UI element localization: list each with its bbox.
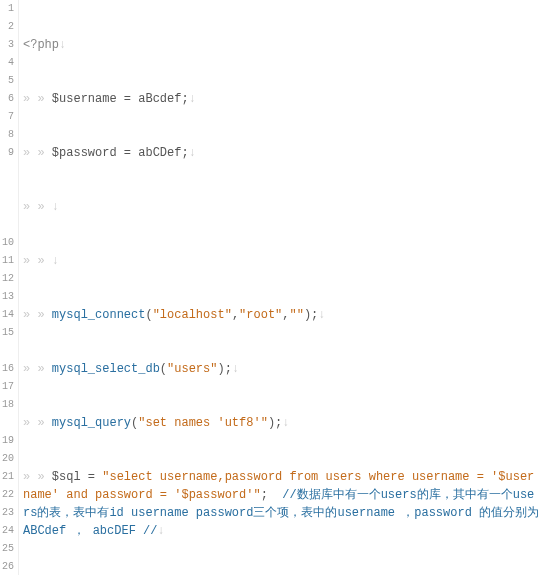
line-number: 26 — [2, 558, 14, 575]
line-number: 18 — [2, 396, 14, 414]
code-line: » » $username = aBcdef;↓ — [23, 90, 540, 108]
line-number: 7 — [2, 108, 14, 126]
line-number: 22 — [2, 486, 14, 504]
line-number: 3 — [2, 36, 14, 54]
line-number: 14 — [2, 306, 14, 324]
line-number: 19 — [2, 432, 14, 450]
line-number: 8 — [2, 126, 14, 144]
line-number-gutter: 1 2 3 4 5 6 7 8 9 10 11 12 13 14 15 16 1… — [0, 0, 19, 575]
line-number: 11 — [2, 252, 14, 270]
code-line: <?php↓ — [23, 36, 540, 54]
line-number: 25 — [2, 540, 14, 558]
line-number: 24 — [2, 522, 14, 540]
line-number: 16 — [2, 360, 14, 378]
line-number: 1 — [2, 0, 14, 18]
line-number: 15 — [2, 324, 14, 342]
code-area[interactable]: <?php↓ » » $username = aBcdef;↓ » » $pas… — [19, 0, 540, 575]
code-line: » » $password = abCDef;↓ — [23, 144, 540, 162]
code-line: » » ↓ — [23, 198, 540, 216]
line-number: 21 — [2, 468, 14, 486]
code-line: » » mysql_connect("localhost","root","")… — [23, 306, 540, 324]
line-number: 17 — [2, 378, 14, 396]
line-number: 2 — [2, 18, 14, 36]
line-number: 23 — [2, 504, 14, 522]
line-number: 6 — [2, 90, 14, 108]
line-number: 4 — [2, 54, 14, 72]
line-number: 12 — [2, 270, 14, 288]
code-line: » » mysql_select_db("users");↓ — [23, 360, 540, 378]
code-line: » » mysql_query("set names 'utf8'");↓ — [23, 414, 540, 432]
line-number: 5 — [2, 72, 14, 90]
code-editor: 1 2 3 4 5 6 7 8 9 10 11 12 13 14 15 16 1… — [0, 0, 540, 575]
code-line: » » $sql = "select username,password fro… — [23, 468, 540, 540]
code-line: » » ↓ — [23, 252, 540, 270]
line-number: 13 — [2, 288, 14, 306]
line-number: 20 — [2, 450, 14, 468]
line-number: 10 — [2, 234, 14, 252]
line-number: 9 — [2, 144, 14, 162]
